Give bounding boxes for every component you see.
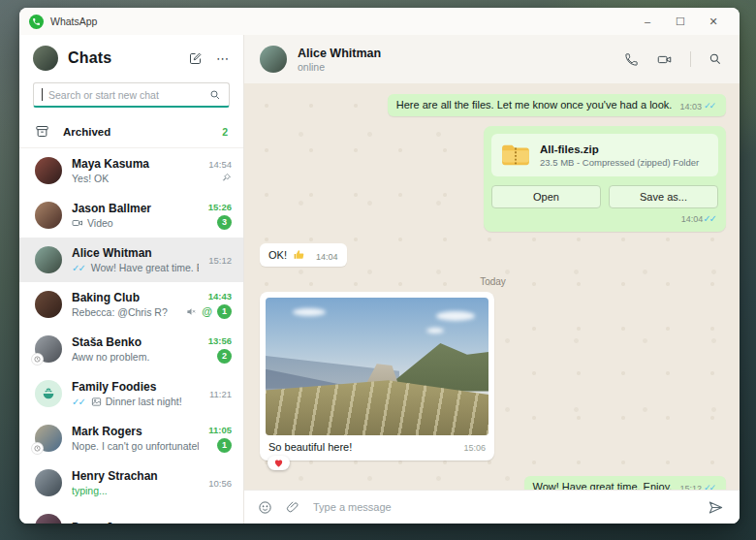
photo-attachment-icon [91, 397, 102, 407]
unread-badge: 3 [217, 215, 232, 230]
chat-name: Jason Ballmer [72, 202, 199, 215]
mention-icon: @ [202, 305, 212, 317]
chat-preview: Aww no problem. [72, 351, 199, 363]
message-outgoing[interactable]: Here are all the files. Let me know once… [388, 94, 726, 116]
landscape-photo[interactable] [266, 298, 488, 435]
whatsapp-logo-icon [29, 15, 44, 29]
avatar [35, 335, 62, 363]
open-file-button[interactable]: Open [491, 185, 601, 208]
read-ticks-icon: ✓✓ [703, 213, 715, 224]
more-options-icon[interactable]: ⋯ [216, 51, 230, 66]
message-text: OK! [268, 249, 287, 261]
maximize-button[interactable]: ☐ [664, 9, 697, 34]
message-input[interactable] [313, 501, 694, 513]
new-chat-icon[interactable] [188, 51, 203, 66]
message-time: 14:04 [316, 252, 338, 262]
archive-icon [35, 124, 49, 139]
avatar [35, 246, 62, 273]
photo-caption: So beautiful here! [268, 441, 352, 453]
clock-status-icon [32, 354, 43, 365]
conversation-search-icon[interactable] [709, 52, 722, 66]
chat-row-jason-ballmer[interactable]: Jason Ballmer Video 15:26 3 [19, 193, 243, 238]
profile-avatar[interactable] [33, 46, 58, 71]
chat-preview: Video [72, 217, 199, 229]
search-input[interactable] [48, 89, 204, 101]
unread-badge: 2 [217, 349, 232, 364]
chat-time: 13:56 [208, 335, 232, 346]
archived-row[interactable]: Archived 2 [19, 115, 243, 148]
heart-reaction[interactable] [268, 456, 290, 470]
read-ticks-icon: ✓✓ [704, 101, 714, 111]
file-message: All-files.zip 23.5 MB - Compressed (zipp… [484, 126, 726, 232]
contact-name: Alice Whitman [298, 47, 381, 60]
chat-row-maya-kasuma[interactable]: Maya Kasuma Yes! OK 14:54 [19, 148, 243, 193]
avatar [35, 425, 62, 452]
message-text: Here are all the files. Let me know once… [396, 99, 673, 111]
read-ticks-icon: ✓✓ [704, 483, 714, 490]
text-caret [42, 88, 43, 101]
chat-name: Family Foodies [72, 380, 200, 394]
chat-row-baking-club[interactable]: Baking Club Rebecca: @Chris R? 14:43 @ 1 [19, 282, 243, 327]
photo-message[interactable]: So beautiful here! 15:06 [260, 292, 494, 461]
pin-icon [221, 173, 232, 183]
minimize-button[interactable]: – [631, 9, 664, 34]
message-time: 14:04✓✓ [491, 213, 718, 224]
chat-preview: ✓✓ Dinner last night! [72, 396, 200, 407]
chat-row-mark-rogers[interactable]: Mark Rogers Nope. I can't go unfortunate… [19, 416, 243, 461]
chat-name: Baking Club [72, 291, 176, 304]
avatar [35, 291, 62, 318]
message-text: Wow! Have great time. Enjoy. [533, 481, 673, 490]
chat-name: Mark Rogers [72, 425, 199, 438]
chat-time: 10:56 [208, 478, 232, 489]
chat-name: Staša Benko [72, 335, 199, 349]
search-box[interactable] [33, 82, 230, 108]
chat-row-henry-strachan[interactable]: Henry Strachan typing... 10:56 [19, 461, 243, 505]
attach-icon[interactable] [286, 500, 299, 514]
message-time: 15:12 [679, 484, 702, 490]
whatsapp-window: WhatsApp – ☐ ✕ Chats ⋯ [19, 8, 740, 524]
send-icon[interactable] [708, 500, 724, 515]
file-meta: 23.5 MB - Compressed (zipped) Folder [540, 157, 699, 168]
read-ticks-icon: ✓✓ [72, 263, 84, 273]
chat-time: 8:32 [214, 523, 233, 524]
video-icon [72, 217, 83, 229]
chat-time: 11:05 [208, 425, 232, 435]
chat-name: Henry Strachan [72, 469, 199, 483]
chat-row-family-foodies[interactable]: Family Foodies ✓✓ Dinner last night! 11:… [19, 371, 243, 416]
archived-count: 2 [222, 126, 228, 138]
chat-time: 14:54 [208, 159, 232, 170]
avatar [35, 469, 62, 496]
file-card[interactable]: All-files.zip 23.5 MB - Compressed (zipp… [491, 134, 718, 176]
chat-time: 15:26 [208, 202, 232, 212]
chat-name: Maya Kasuma [72, 157, 199, 171]
avatar [35, 157, 62, 184]
chat-name: Dawn Jones [72, 521, 205, 524]
zip-folder-icon [501, 143, 530, 168]
avatar [35, 514, 62, 524]
conversation-header[interactable]: Alice Whitman online [244, 35, 740, 83]
video-call-icon[interactable] [656, 52, 673, 67]
unread-badge: 1 [217, 304, 232, 319]
chat-row-alice-whitman[interactable]: Alice Whitman ✓✓ Wow! Have great time. E… [19, 238, 243, 282]
search-icon [209, 89, 221, 101]
chat-row-stasa-benko[interactable]: Staša Benko Aww no problem. 13:56 2 [19, 327, 243, 371]
voice-call-icon[interactable] [624, 52, 639, 67]
save-as-button[interactable]: Save as... [609, 185, 718, 208]
message-incoming[interactable]: OK! 14:04 [260, 243, 347, 267]
message-outgoing[interactable]: Wow! Have great time. Enjoy.15:12✓✓ [524, 476, 727, 490]
message-history[interactable]: Here are all the files. Let me know once… [244, 83, 740, 490]
contact-status: online [298, 61, 381, 73]
emoji-icon[interactable] [258, 500, 272, 515]
message-time: 14:03 [679, 102, 702, 111]
mute-icon [186, 306, 197, 317]
chat-list[interactable]: Maya Kasuma Yes! OK 14:54 Jason Ballmer [19, 148, 243, 524]
chat-row-dawn-jones[interactable]: Dawn Jones 8:32 [19, 505, 243, 524]
clock-status-icon [32, 443, 43, 454]
titlebar[interactable]: WhatsApp – ☐ ✕ [19, 8, 740, 35]
window-title: WhatsApp [50, 16, 97, 27]
close-button[interactable]: ✕ [697, 9, 730, 34]
chat-time: 11:21 [209, 389, 232, 399]
chat-preview: ✓✓ Wow! Have great time. Enjoy. [72, 262, 199, 273]
chat-time: 15:12 [208, 255, 232, 266]
contact-avatar[interactable] [260, 46, 287, 73]
